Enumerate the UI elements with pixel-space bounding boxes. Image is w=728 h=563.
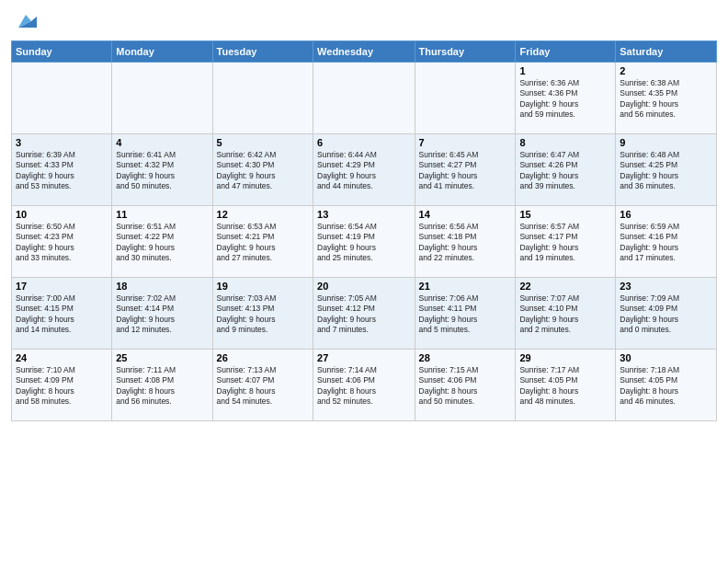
day-info: Sunrise: 7:10 AM Sunset: 4:09 PM Dayligh…: [16, 365, 108, 408]
day-number: 23: [620, 281, 712, 292]
calendar-day-cell: 27Sunrise: 7:14 AM Sunset: 4:06 PM Dayli…: [313, 350, 415, 421]
calendar-day-cell: 6Sunrise: 6:44 AM Sunset: 4:29 PM Daylig…: [313, 134, 415, 206]
calendar-day-cell: 30Sunrise: 7:18 AM Sunset: 4:05 PM Dayli…: [616, 350, 717, 421]
day-info: Sunrise: 6:56 AM Sunset: 4:18 PM Dayligh…: [419, 222, 512, 264]
calendar-day-cell: 18Sunrise: 7:02 AM Sunset: 4:14 PM Dayli…: [112, 278, 212, 350]
calendar-day-cell: [313, 63, 415, 134]
day-number: 12: [217, 209, 309, 220]
weekday-header: Monday: [112, 41, 212, 63]
day-info: Sunrise: 6:36 AM Sunset: 4:36 PM Dayligh…: [519, 78, 611, 121]
calendar-week-row: 3Sunrise: 6:39 AM Sunset: 4:33 PM Daylig…: [12, 134, 717, 206]
day-number: 29: [519, 352, 611, 363]
day-number: 7: [419, 137, 512, 148]
day-number: 28: [419, 352, 512, 363]
day-info: Sunrise: 6:57 AM Sunset: 4:17 PM Dayligh…: [519, 222, 611, 264]
calendar-day-cell: [212, 63, 313, 134]
day-number: 9: [620, 137, 712, 148]
day-number: 19: [217, 281, 309, 292]
day-info: Sunrise: 7:17 AM Sunset: 4:05 PM Dayligh…: [519, 365, 611, 408]
day-info: Sunrise: 7:07 AM Sunset: 4:10 PM Dayligh…: [519, 293, 611, 336]
day-number: 3: [16, 137, 108, 148]
calendar-week-row: 24Sunrise: 7:10 AM Sunset: 4:09 PM Dayli…: [12, 350, 717, 421]
calendar-day-cell: 19Sunrise: 7:03 AM Sunset: 4:13 PM Dayli…: [212, 278, 313, 350]
logo-icon: [13, 9, 37, 33]
day-info: Sunrise: 6:41 AM Sunset: 4:32 PM Dayligh…: [116, 150, 208, 192]
day-number: 11: [116, 209, 208, 220]
calendar-day-cell: 3Sunrise: 6:39 AM Sunset: 4:33 PM Daylig…: [12, 134, 112, 206]
calendar-day-cell: 25Sunrise: 7:11 AM Sunset: 4:08 PM Dayli…: [112, 350, 212, 421]
calendar-day-cell: 8Sunrise: 6:47 AM Sunset: 4:26 PM Daylig…: [516, 134, 616, 206]
day-info: Sunrise: 6:51 AM Sunset: 4:22 PM Dayligh…: [116, 222, 208, 264]
calendar-day-cell: 15Sunrise: 6:57 AM Sunset: 4:17 PM Dayli…: [516, 206, 616, 278]
calendar-day-cell: 10Sunrise: 6:50 AM Sunset: 4:23 PM Dayli…: [12, 206, 112, 278]
day-info: Sunrise: 7:00 AM Sunset: 4:15 PM Dayligh…: [16, 293, 108, 336]
calendar-day-cell: 29Sunrise: 7:17 AM Sunset: 4:05 PM Dayli…: [516, 350, 616, 421]
day-info: Sunrise: 7:15 AM Sunset: 4:06 PM Dayligh…: [419, 365, 512, 408]
calendar-day-cell: 21Sunrise: 7:06 AM Sunset: 4:11 PM Dayli…: [415, 278, 516, 350]
calendar-day-cell: 20Sunrise: 7:05 AM Sunset: 4:12 PM Dayli…: [313, 278, 415, 350]
calendar-day-cell: 17Sunrise: 7:00 AM Sunset: 4:15 PM Dayli…: [12, 278, 112, 350]
day-number: 27: [317, 352, 410, 363]
calendar-day-cell: 1Sunrise: 6:36 AM Sunset: 4:36 PM Daylig…: [516, 63, 616, 134]
day-number: 21: [419, 281, 512, 292]
weekday-header: Friday: [516, 41, 616, 63]
day-number: 24: [16, 352, 108, 363]
calendar-day-cell: 13Sunrise: 6:54 AM Sunset: 4:19 PM Dayli…: [313, 206, 415, 278]
day-info: Sunrise: 6:42 AM Sunset: 4:30 PM Dayligh…: [217, 150, 309, 192]
weekday-header: Saturday: [616, 41, 717, 63]
day-number: 18: [116, 281, 208, 292]
day-info: Sunrise: 7:06 AM Sunset: 4:11 PM Dayligh…: [419, 293, 512, 336]
day-number: 1: [519, 65, 611, 76]
day-info: Sunrise: 7:13 AM Sunset: 4:07 PM Dayligh…: [217, 365, 309, 408]
calendar-day-cell: [112, 63, 212, 134]
day-info: Sunrise: 7:02 AM Sunset: 4:14 PM Dayligh…: [116, 293, 208, 336]
weekday-header: Sunday: [12, 41, 112, 63]
weekday-header: Thursday: [415, 41, 516, 63]
calendar-week-row: 1Sunrise: 6:36 AM Sunset: 4:36 PM Daylig…: [12, 63, 717, 134]
calendar-day-cell: 9Sunrise: 6:48 AM Sunset: 4:25 PM Daylig…: [616, 134, 717, 206]
day-number: 4: [116, 137, 208, 148]
calendar-day-cell: 16Sunrise: 6:59 AM Sunset: 4:16 PM Dayli…: [616, 206, 717, 278]
day-number: 8: [519, 137, 611, 148]
calendar-day-cell: 24Sunrise: 7:10 AM Sunset: 4:09 PM Dayli…: [12, 350, 112, 421]
page-container: SundayMondayTuesdayWednesdayThursdayFrid…: [0, 0, 728, 427]
day-info: Sunrise: 7:11 AM Sunset: 4:08 PM Dayligh…: [116, 365, 208, 408]
calendar-day-cell: [415, 63, 516, 134]
calendar-day-cell: 28Sunrise: 7:15 AM Sunset: 4:06 PM Dayli…: [415, 350, 516, 421]
calendar-day-cell: 2Sunrise: 6:38 AM Sunset: 4:35 PM Daylig…: [616, 63, 717, 134]
day-number: 6: [317, 137, 410, 148]
day-info: Sunrise: 7:03 AM Sunset: 4:13 PM Dayligh…: [217, 293, 309, 336]
calendar-day-cell: 14Sunrise: 6:56 AM Sunset: 4:18 PM Dayli…: [415, 206, 516, 278]
day-info: Sunrise: 7:14 AM Sunset: 4:06 PM Dayligh…: [317, 365, 410, 408]
weekday-header: Tuesday: [212, 41, 313, 63]
calendar-week-row: 10Sunrise: 6:50 AM Sunset: 4:23 PM Dayli…: [12, 206, 717, 278]
day-number: 13: [317, 209, 410, 220]
day-number: 15: [519, 209, 611, 220]
calendar-week-row: 17Sunrise: 7:00 AM Sunset: 4:15 PM Dayli…: [12, 278, 717, 350]
day-info: Sunrise: 6:38 AM Sunset: 4:35 PM Dayligh…: [620, 78, 712, 121]
day-info: Sunrise: 6:47 AM Sunset: 4:26 PM Dayligh…: [519, 150, 611, 192]
calendar-day-cell: 5Sunrise: 6:42 AM Sunset: 4:30 PM Daylig…: [212, 134, 313, 206]
calendar-day-cell: [12, 63, 112, 134]
day-info: Sunrise: 7:05 AM Sunset: 4:12 PM Dayligh…: [317, 293, 410, 336]
day-number: 25: [116, 352, 208, 363]
calendar-day-cell: 4Sunrise: 6:41 AM Sunset: 4:32 PM Daylig…: [112, 134, 212, 206]
day-number: 14: [419, 209, 512, 220]
day-number: 2: [620, 65, 712, 76]
day-info: Sunrise: 6:45 AM Sunset: 4:27 PM Dayligh…: [419, 150, 512, 192]
day-info: Sunrise: 6:53 AM Sunset: 4:21 PM Dayligh…: [217, 222, 309, 264]
day-info: Sunrise: 6:44 AM Sunset: 4:29 PM Dayligh…: [317, 150, 410, 192]
calendar-day-cell: 12Sunrise: 6:53 AM Sunset: 4:21 PM Dayli…: [212, 206, 313, 278]
header: [11, 9, 717, 33]
day-number: 20: [317, 281, 410, 292]
day-info: Sunrise: 6:59 AM Sunset: 4:16 PM Dayligh…: [620, 222, 712, 264]
calendar-table: SundayMondayTuesdayWednesdayThursdayFrid…: [11, 40, 717, 421]
calendar-day-cell: 11Sunrise: 6:51 AM Sunset: 4:22 PM Dayli…: [112, 206, 212, 278]
day-number: 16: [620, 209, 712, 220]
day-number: 5: [217, 137, 309, 148]
calendar-header-row: SundayMondayTuesdayWednesdayThursdayFrid…: [12, 41, 717, 63]
day-number: 17: [16, 281, 108, 292]
day-info: Sunrise: 7:18 AM Sunset: 4:05 PM Dayligh…: [620, 365, 712, 408]
day-info: Sunrise: 7:09 AM Sunset: 4:09 PM Dayligh…: [620, 293, 712, 336]
day-info: Sunrise: 6:48 AM Sunset: 4:25 PM Dayligh…: [620, 150, 712, 192]
